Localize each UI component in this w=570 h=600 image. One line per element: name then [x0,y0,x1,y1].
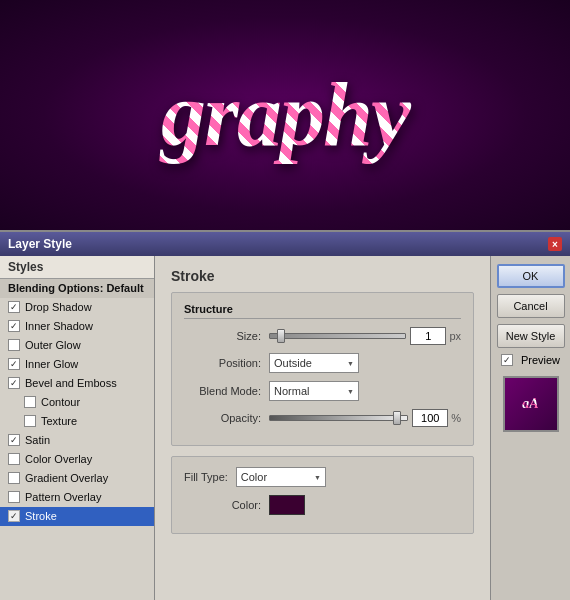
satin-option[interactable]: Satin [0,431,154,450]
preview-row: Preview [501,354,560,366]
preview-thumbnail: aA [503,376,559,432]
color-overlay-checkbox[interactable] [8,453,20,465]
size-slider-track[interactable] [269,333,406,339]
inner-shadow-label: Inner Shadow [25,320,93,332]
contour-checkbox[interactable] [24,396,36,408]
inner-glow-checkbox[interactable] [8,358,20,370]
inner-shadow-option[interactable]: Inner Shadow [0,317,154,336]
stroke-checkbox[interactable] [8,510,20,522]
satin-checkbox[interactable] [8,434,20,446]
bevel-emboss-label: Bevel and Emboss [25,377,117,389]
texture-option[interactable]: Texture [0,412,154,431]
new-style-button[interactable]: New Style [497,324,565,348]
stroke-settings-panel: Stroke Structure Size: px Pos [155,256,490,600]
blend-mode-value: Normal [274,385,309,397]
size-slider-container: px [269,327,461,345]
bevel-emboss-checkbox[interactable] [8,377,20,389]
blending-options[interactable]: Blending Options: Default [0,279,154,298]
inner-glow-label: Inner Glow [25,358,78,370]
pattern-overlay-checkbox[interactable] [8,491,20,503]
opacity-input[interactable] [412,409,448,427]
contour-label: Contour [41,396,80,408]
position-value: Outside [274,357,312,369]
pattern-overlay-option[interactable]: Pattern Overlay [0,488,154,507]
color-overlay-option[interactable]: Color Overlay [0,450,154,469]
opacity-slider-track[interactable] [269,415,408,421]
opacity-row: Opacity: % [184,409,461,427]
size-unit: px [449,330,461,342]
dialog-title: Layer Style [8,237,72,251]
fill-type-value: Color [241,471,267,483]
inner-shadow-checkbox[interactable] [8,320,20,332]
gradient-overlay-checkbox[interactable] [8,472,20,484]
stroke-section-title: Stroke [171,268,474,284]
blend-mode-label: Blend Mode: [184,385,269,397]
dialog-close-button[interactable]: × [548,237,562,251]
opacity-label: Opacity: [184,412,269,424]
texture-label: Texture [41,415,77,427]
cancel-button[interactable]: Cancel [497,294,565,318]
right-panel: OK Cancel New Style Preview aA [490,256,570,600]
contour-option[interactable]: Contour [0,393,154,412]
color-label: Color: [184,499,269,511]
color-overlay-label: Color Overlay [25,453,92,465]
position-row: Position: Outside [184,353,461,373]
structure-header: Structure [184,303,461,319]
inner-glow-option[interactable]: Inner Glow [0,355,154,374]
preview-thumb-text: aA [522,396,538,412]
blending-options-label: Blending Options: Default [8,282,144,294]
structure-section: Structure Size: px Position: [171,292,474,446]
dialog-title-bar: Layer Style × [0,232,570,256]
drop-shadow-option[interactable]: Drop Shadow [0,298,154,317]
outer-glow-option[interactable]: Outer Glow [0,336,154,355]
texture-checkbox[interactable] [24,415,36,427]
dialog-content: Styles Blending Options: Default Drop Sh… [0,256,570,600]
outer-glow-label: Outer Glow [25,339,81,351]
fill-type-row: Fill Type: Color [184,467,461,487]
size-input[interactable] [410,327,446,345]
position-dropdown[interactable]: Outside [269,353,359,373]
blend-mode-dropdown[interactable]: Normal [269,381,359,401]
opacity-slider-container: % [269,409,461,427]
color-swatch[interactable] [269,495,305,515]
gradient-overlay-option[interactable]: Gradient Overlay [0,469,154,488]
preview-label: Preview [521,354,560,366]
opacity-unit: % [451,412,461,424]
fill-type-label: Fill Type: [184,471,228,483]
preview-area: graphy [0,0,570,230]
ok-button[interactable]: OK [497,264,565,288]
preview-text: graphy [141,60,429,170]
size-slider-thumb[interactable] [277,329,285,343]
satin-label: Satin [25,434,50,446]
opacity-slider-thumb[interactable] [393,411,401,425]
stroke-option[interactable]: Stroke [0,507,154,526]
blend-mode-row: Blend Mode: Normal [184,381,461,401]
layer-style-dialog: Layer Style × Styles Blending Options: D… [0,230,570,600]
size-row: Size: px [184,327,461,345]
size-label: Size: [184,330,269,342]
position-label: Position: [184,357,269,369]
drop-shadow-label: Drop Shadow [25,301,92,313]
fill-type-section: Fill Type: Color Color: [171,456,474,534]
stroke-label: Stroke [25,510,57,522]
outer-glow-checkbox[interactable] [8,339,20,351]
pattern-overlay-label: Pattern Overlay [25,491,101,503]
bevel-emboss-option[interactable]: Bevel and Emboss [0,374,154,393]
fill-type-dropdown[interactable]: Color [236,467,326,487]
color-row: Color: [184,495,461,515]
styles-header[interactable]: Styles [0,256,154,279]
gradient-overlay-label: Gradient Overlay [25,472,108,484]
preview-checkbox[interactable] [501,354,513,366]
drop-shadow-checkbox[interactable] [8,301,20,313]
left-panel: Styles Blending Options: Default Drop Sh… [0,256,155,600]
